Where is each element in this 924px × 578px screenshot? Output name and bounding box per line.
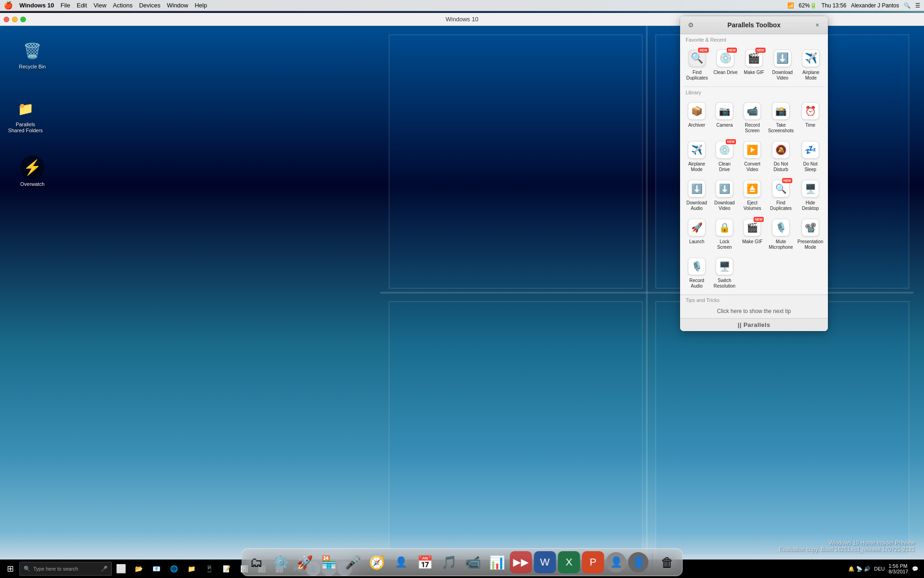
dock-trash[interactable]: 🗑 <box>657 551 679 573</box>
tool-lock-screen[interactable]: 🔒 Lock Screen <box>711 214 738 253</box>
notification-icon[interactable]: ☰ <box>915 2 920 9</box>
desktop-icon-parallels-folders[interactable]: 📁 Parallels Shared Folders <box>7 98 44 134</box>
dock-facetime[interactable]: 📹 <box>462 551 484 573</box>
tool-make-gif-fav[interactable]: 🎬 NEW Make GIF <box>740 45 768 84</box>
tool-archiver[interactable]: 📦 Archiver <box>683 98 711 136</box>
datetime-display: Thu 13:56 <box>821 2 846 9</box>
take-screenshots-icon: 📸 <box>772 102 790 120</box>
menu-devices[interactable]: Devices <box>139 2 160 9</box>
dock-app-store[interactable]: 🏪 <box>318 551 340 573</box>
eject-volumes-label: Eject Volumes <box>740 200 764 211</box>
dock-finder[interactable]: 🗂 <box>246 551 268 573</box>
taskbar-time: 1:56 PM8/3/2017 <box>888 563 908 574</box>
dock-contacts[interactable]: 👤 <box>390 551 412 573</box>
record-screen-label: Record Screen <box>740 123 764 134</box>
menu-view[interactable]: View <box>93 2 106 9</box>
tool-take-screenshots[interactable]: 📸 Take Screenshots <box>766 98 796 136</box>
taskbar-app-5[interactable]: 📱 <box>201 560 217 577</box>
menu-file[interactable]: File <box>61 2 70 9</box>
tool-clean-drive-lib[interactable]: 💿 NEW Clean Drive <box>711 136 738 175</box>
tool-download-video-fav[interactable]: ⬇️ Download Video <box>768 45 797 84</box>
tool-make-gif-lib[interactable]: 🎬 NEW Make GIF <box>738 214 766 253</box>
tool-airplane-mode-lib[interactable]: ✈️ Airplane Mode <box>683 136 711 175</box>
clean-drive-fav-icon-wrapper: 💿 NEW <box>716 49 735 68</box>
mic-icon: 🎤 <box>101 566 108 572</box>
tool-convert-video[interactable]: ▶️ Convert Video <box>738 136 766 175</box>
tool-camera[interactable]: 📷 Camera <box>711 98 738 136</box>
dock-launchpad[interactable]: 🚀 <box>294 551 316 573</box>
tool-download-audio[interactable]: ⬇️ Download Audio <box>683 175 711 214</box>
tool-do-not-disturb[interactable]: 🔕 Do Not Disturb <box>766 136 796 175</box>
clean-drive-lib-label: Clean Drive <box>712 161 736 172</box>
tool-presentation-mode[interactable]: 📽️ Presentation Mode <box>796 214 825 253</box>
taskbar-app-4[interactable]: 📁 <box>183 560 200 577</box>
dock-powerpoint[interactable]: P <box>582 551 604 573</box>
dock-siri[interactable]: 🎤 <box>342 551 364 573</box>
win10-logo-bg <box>370 26 924 560</box>
toolbox-close-button[interactable]: × <box>812 20 822 30</box>
download-video-lib-icon: ⬇️ <box>716 180 733 197</box>
tool-airplane-mode-fav[interactable]: ✈️ Airplane Mode <box>796 45 825 84</box>
tool-time[interactable]: ⏰ Time <box>796 98 825 136</box>
tool-find-duplicates-lib[interactable]: 🔍 NEW Find Duplicates <box>766 175 796 214</box>
tool-switch-resolution[interactable]: 🖥️ Switch Resolution <box>711 253 738 292</box>
menu-window[interactable]: Window <box>167 2 188 9</box>
taskbar-app-3[interactable]: 🌐 <box>165 560 182 577</box>
taskbar-search-box[interactable]: 🔍 Type here to search 🎤 <box>19 562 112 576</box>
mute-microphone-icon: 🎙️ <box>772 219 790 236</box>
apple-menu-icon[interactable]: 🍎 <box>4 1 13 10</box>
search-icon[interactable]: 🔍 <box>904 2 911 9</box>
tool-find-duplicates-fav[interactable]: 🔍 NEW Find Duplicates <box>683 45 711 84</box>
task-view-button[interactable]: ⬜ <box>113 560 129 577</box>
desktop-icon-overwatch[interactable]: ⚡ Overwatch <box>14 155 51 187</box>
app-name[interactable]: Windows 10 <box>19 2 54 9</box>
wifi-icon[interactable]: 📶 <box>787 2 794 9</box>
toolbox-settings-button[interactable]: ⚙ <box>686 20 696 30</box>
taskbar-system-tray: 🔔 📡 🔊 DEU 1:56 PM8/3/2017 💬 <box>848 563 922 574</box>
do-not-disturb-icon: 🔕 <box>772 141 790 159</box>
library-label: Library <box>680 87 828 97</box>
dock-itunes[interactable]: 🎵 <box>438 551 460 573</box>
dock-numbers[interactable]: 📊 <box>486 551 508 573</box>
find-duplicates-fav-icon-wrapper: 🔍 NEW <box>687 49 707 68</box>
convert-video-icon: ▶️ <box>743 141 761 159</box>
tips-click-text[interactable]: Click here to show the next tip <box>680 304 828 318</box>
menu-actions[interactable]: Actions <box>113 2 133 9</box>
dock-system-prefs[interactable]: ⚙️ <box>270 551 292 573</box>
dock-user2[interactable]: 👤 <box>628 552 649 572</box>
dock-parallels[interactable]: ▶▶ <box>510 551 532 573</box>
make-gif-fav-icon-wrapper: 🎬 NEW <box>744 49 764 68</box>
taskbar-app-6[interactable]: 📝 <box>218 560 235 577</box>
tool-launch[interactable]: 🚀 Launch <box>683 214 711 253</box>
dock-user1[interactable]: 👤 <box>606 552 626 572</box>
tool-eject-volumes[interactable]: ⏏️ Eject Volumes <box>738 175 766 214</box>
launch-icon: 🚀 <box>688 219 705 236</box>
desktop-icon-recycle-bin[interactable]: 🗑️ Recycle Bin <box>14 40 51 70</box>
make-gif-lib-new-badge: NEW <box>754 217 764 222</box>
dock-safari[interactable]: 🧭 <box>366 551 388 573</box>
switch-resolution-label: Switch Resolution <box>712 278 736 289</box>
tool-do-not-sleep[interactable]: 💤 Do Not Sleep <box>796 136 825 175</box>
taskbar-app-1[interactable]: 📂 <box>130 560 147 577</box>
window-minimize-button[interactable] <box>12 17 18 22</box>
start-button[interactable]: ⊞ <box>2 560 18 577</box>
dock-excel[interactable]: X <box>558 551 580 573</box>
airplane-mode-fav-icon-wrapper: ✈️ <box>801 49 821 68</box>
menu-help[interactable]: Help <box>195 2 207 9</box>
dock-word[interactable]: W <box>534 551 556 573</box>
action-center-icon[interactable]: 💬 <box>912 566 918 572</box>
window-close-button[interactable] <box>4 17 9 22</box>
taskbar-app-2[interactable]: 📧 <box>148 560 164 577</box>
menu-edit[interactable]: Edit <box>77 2 87 9</box>
tool-record-screen[interactable]: 📹 Record Screen <box>738 98 766 136</box>
mute-microphone-label: Mute Microphone <box>768 239 794 250</box>
tool-clean-drive-fav[interactable]: 💿 NEW Clean Drive <box>711 45 740 84</box>
tool-record-audio[interactable]: 🎙️ Record Audio <box>683 253 711 292</box>
favorite-tools-grid: 🔍 NEW Find Duplicates 💿 NEW Clean Drive … <box>680 44 828 86</box>
tool-hide-desktop[interactable]: 🖥️ Hide Desktop <box>796 175 825 214</box>
library-tools-grid: 📦 Archiver 📷 Camera 📹 Record Screen 📸 Ta… <box>680 97 828 295</box>
tool-mute-microphone[interactable]: 🎙️ Mute Microphone <box>766 214 796 253</box>
window-maximize-button[interactable] <box>20 17 26 22</box>
dock-calendar[interactable]: 📅 <box>414 551 436 573</box>
tool-download-video-lib[interactable]: ⬇️ Download Video <box>711 175 738 214</box>
